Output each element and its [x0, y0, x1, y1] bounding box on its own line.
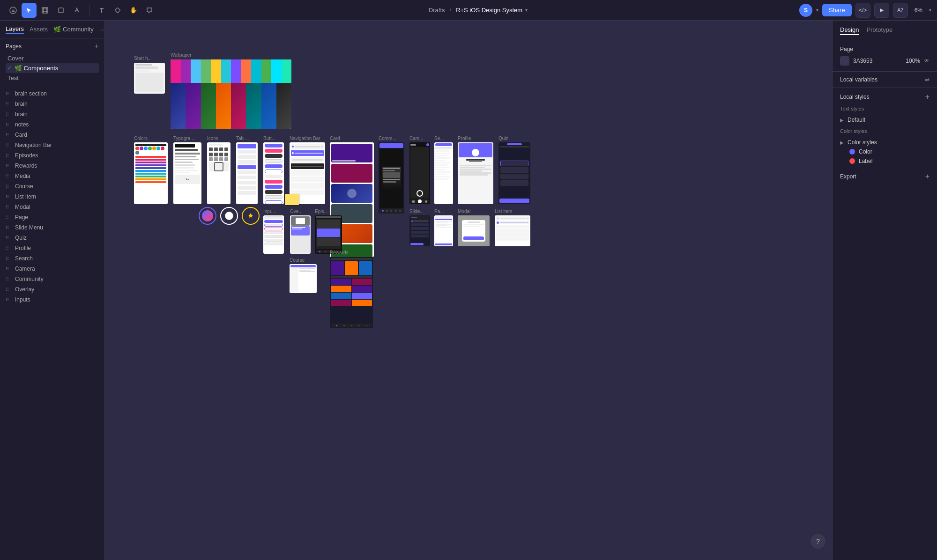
layer-item-notes[interactable]: ⠿ notes	[0, 119, 104, 130]
layer-name-modal: Modal	[15, 204, 99, 210]
icon-circle-1	[199, 207, 216, 225]
share-button[interactable]: Share	[822, 4, 852, 16]
layer-item-page[interactable]: ⠿ Page	[0, 212, 104, 222]
layer-name-overlay: Overlay	[15, 286, 99, 293]
select-tool-button[interactable]	[22, 3, 37, 18]
add-page-button[interactable]: +	[95, 42, 99, 51]
layer-item-profile[interactable]: ⠿ Profile	[0, 243, 104, 253]
tab-community[interactable]: 🌿 Community	[53, 26, 94, 33]
code-button[interactable]: </>	[855, 3, 870, 18]
help-button[interactable]: ?	[811, 534, 825, 549]
frame-list-item[interactable]	[495, 215, 530, 246]
frame-search[interactable]	[434, 142, 453, 204]
breadcrumb-drafts[interactable]: Drafts	[429, 7, 445, 14]
frame-community[interactable]	[379, 142, 404, 214]
page-color-swatch[interactable]	[840, 56, 849, 66]
layer-item-camera[interactable]: ⠿ Camera	[0, 264, 104, 274]
frame-episodes[interactable]	[315, 215, 342, 254]
tab-prototype[interactable]: Prototype	[866, 26, 892, 35]
page-item-cover[interactable]: Cover	[6, 53, 99, 63]
layer-item-nav-bar[interactable]: ⠿ Navigation Bar	[0, 140, 104, 150]
frame-start-h[interactable]	[134, 63, 165, 94]
color-style-color[interactable]: Color	[840, 147, 930, 156]
color-style-label[interactable]: Label	[840, 156, 930, 166]
text-tool-button[interactable]: T	[94, 3, 109, 18]
frame-modal[interactable]	[458, 215, 490, 246]
export-label: Export	[840, 173, 856, 180]
layer-item-rewards[interactable]: ⠿ Rewards	[0, 161, 104, 171]
page-color-hex[interactable]: 3A3653	[853, 58, 872, 64]
add-export-button[interactable]: +	[925, 172, 930, 181]
tab-assets[interactable]: Assets	[30, 25, 48, 34]
page-opacity[interactable]: 100%	[876, 58, 920, 64]
layer-item-modal[interactable]: ⠿ Modal	[0, 202, 104, 212]
page-item-components[interactable]: ✓ 🌿 Components	[6, 63, 99, 73]
layer-item-episodes[interactable]: ⠿ Episodes	[0, 150, 104, 161]
frame-inputs[interactable]	[263, 215, 284, 254]
sticky-note	[285, 194, 299, 205]
frame-slide-menu[interactable]	[409, 215, 430, 246]
comment-tool-button[interactable]	[142, 3, 157, 18]
shape-tool-button[interactable]	[53, 3, 68, 18]
layer-icon-slide-menu: ⠿	[6, 225, 12, 230]
frame-label-tabs: Tab ...	[236, 136, 249, 141]
main-layout: Layers Assets 🌿 Community ··· Pages + Co…	[0, 21, 937, 560]
accessibility-button[interactable]: A?	[893, 3, 908, 18]
layer-item-overlay[interactable]: ⠿ Overlay	[0, 284, 104, 295]
title-chevron-icon[interactable]: ▾	[525, 7, 528, 13]
layer-item-card[interactable]: ⠿ Card	[0, 130, 104, 140]
layer-item-community[interactable]: ⠿ Community	[0, 274, 104, 284]
avatar-chevron-icon[interactable]: ▾	[816, 7, 818, 13]
tab-layers[interactable]: Layers	[6, 24, 24, 34]
visibility-toggle-icon[interactable]: 👁	[924, 58, 930, 64]
frame-typography[interactable]: Aa	[173, 142, 201, 204]
layer-item-inputs[interactable]: ⠿ Inputs	[0, 295, 104, 305]
layer-item-brain-2[interactable]: ⠿ brain	[0, 109, 104, 119]
frame-label-camera: Cam...	[409, 136, 423, 141]
zoom-display[interactable]: 6%	[912, 5, 925, 15]
page-name-test: Test	[7, 74, 19, 81]
canvas[interactable]: Start h... Wallpaper	[105, 21, 832, 560]
layer-item-media[interactable]: ⠿ Media	[0, 171, 104, 181]
add-style-button[interactable]: +	[925, 93, 930, 101]
layer-icon-list-item: ⠿	[6, 194, 12, 199]
icon-circle-3	[242, 207, 260, 225]
frame-course-small[interactable]	[290, 264, 317, 293]
sidebar-more-icon[interactable]: ···	[99, 26, 105, 33]
frame-page-small[interactable]	[434, 215, 453, 246]
layer-item-list-item[interactable]: ⠿ List item	[0, 192, 104, 202]
frame-camera[interactable]	[409, 142, 430, 204]
layer-item-course[interactable]: ⠿ Course	[0, 181, 104, 192]
menu-tool-button[interactable]	[6, 3, 21, 18]
component-tool-button[interactable]	[110, 3, 125, 18]
frame-icons[interactable]	[207, 142, 231, 204]
frame-tool-button[interactable]	[37, 3, 52, 18]
style-item-default[interactable]: ▶ Default	[840, 115, 930, 125]
hand-tool-button[interactable]: ✋	[126, 3, 141, 18]
layer-item-brain-section[interactable]: ⠿ brain section	[0, 88, 104, 99]
frame-wallpaper[interactable]	[171, 59, 291, 129]
tab-design[interactable]: Design	[840, 26, 859, 35]
style-item-color[interactable]: ▶ Color styles	[840, 138, 930, 147]
local-variables-settings-icon[interactable]: ⇌	[925, 76, 930, 83]
frame-colors[interactable]	[134, 142, 168, 204]
frame-overlay[interactable]	[290, 215, 311, 254]
layer-item-brain-1[interactable]: ⠿ brain	[0, 99, 104, 109]
frame-quiz[interactable]	[498, 142, 530, 204]
zoom-chevron-icon[interactable]: ▾	[929, 7, 931, 13]
layer-item-slide-menu[interactable]: ⠿ Slide Menu	[0, 222, 104, 233]
layer-item-search[interactable]: ⠿ Search	[0, 253, 104, 264]
avatar[interactable]: S	[799, 4, 812, 17]
frame-buttons[interactable]	[263, 142, 284, 204]
pen-tool-button[interactable]	[69, 3, 84, 18]
layer-icon-profile: ⠿	[6, 246, 12, 251]
frame-profile[interactable]	[458, 142, 493, 204]
frame-rewards[interactable]	[330, 257, 373, 328]
frame-tabs[interactable]	[236, 142, 258, 204]
layer-item-quiz[interactable]: ⠿ Quiz	[0, 233, 104, 243]
page-item-test[interactable]: Test	[6, 73, 99, 83]
layer-name-slide-menu: Slide Menu	[15, 224, 99, 231]
play-button[interactable]: ▶	[874, 3, 889, 18]
local-styles-title: Local styles	[840, 94, 870, 100]
frame-label-page-small: Pa...	[434, 209, 444, 214]
